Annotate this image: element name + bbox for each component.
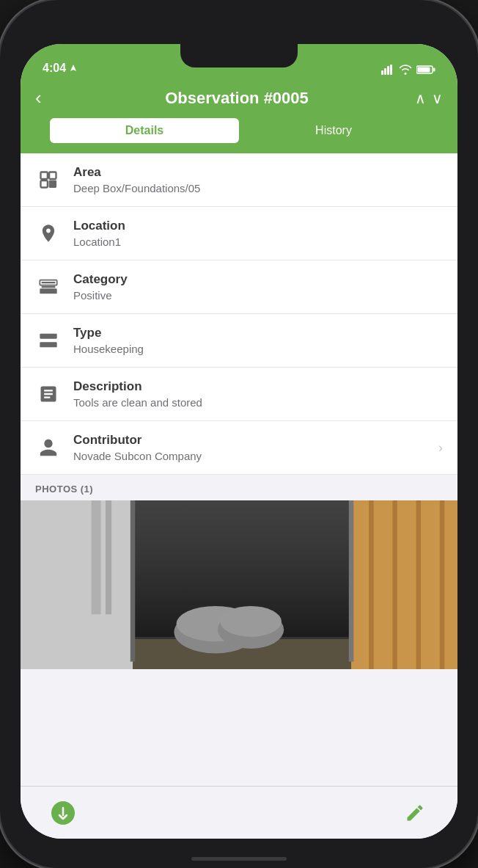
home-indicator [191,857,287,861]
tab-details[interactable]: Details [50,118,239,143]
description-value: Tools are clean and stored [73,396,443,409]
svg-rect-6 [433,68,435,72]
svg-rect-18 [106,500,111,614]
svg-rect-35 [130,500,135,662]
category-label: Category [73,272,443,287]
time-label: 4:04 [43,62,66,75]
download-icon [51,800,76,825]
type-label: Type [73,326,443,340]
description-text: Description Tools are clean and stored [73,379,443,409]
screen: 4:04 [21,44,457,839]
area-text: Area Deep Box/Foundations/05 [73,165,443,194]
svg-rect-1 [384,68,386,75]
svg-point-31 [220,606,282,637]
contributor-text: Contributor Novade Subcon Company [73,433,427,462]
svg-rect-36 [349,500,353,662]
contributor-row[interactable]: Contributor Novade Subcon Company › [21,421,457,475]
phone-frame: 4:04 [0,0,478,868]
app-header: ‹ Observation #0005 ∧ ∨ Details History [21,79,457,153]
edit-button[interactable] [399,797,431,829]
category-icon [35,274,62,300]
notch [180,44,298,68]
chevron-down-button[interactable]: ∨ [432,90,443,107]
location-arrow-icon [69,64,78,73]
contributor-icon [35,434,62,461]
battery-icon [416,65,435,75]
svg-rect-9 [41,180,48,187]
svg-rect-12 [40,288,56,293]
svg-rect-17 [92,500,101,614]
photo-container[interactable] [21,500,457,669]
svg-rect-21 [392,500,397,669]
svg-rect-2 [387,66,389,75]
svg-rect-0 [381,70,383,75]
svg-rect-20 [369,500,373,669]
type-icon [35,327,62,354]
svg-rect-22 [416,500,421,669]
svg-rect-10 [49,180,56,187]
chevron-up-button[interactable]: ∧ [415,90,426,107]
bottom-toolbar [21,786,457,839]
signal-icon [381,65,394,75]
svg-rect-7 [41,172,48,179]
svg-rect-13 [40,334,56,339]
svg-rect-8 [49,172,56,179]
area-value: Deep Box/Foundations/05 [73,182,443,194]
photo-scene-svg [21,500,457,669]
svg-rect-3 [390,65,392,75]
type-row: Type Housekeeping [21,314,457,368]
svg-rect-5 [418,68,430,73]
photo-image [21,500,457,669]
location-text: Location Location1 [73,219,443,248]
type-value: Housekeeping [73,343,443,355]
svg-rect-23 [440,500,444,669]
area-icon [35,167,62,193]
location-value: Location1 [73,236,443,248]
download-button[interactable] [47,797,79,829]
location-label: Location [73,219,443,233]
category-row: Category Positive [21,260,457,314]
location-icon [35,220,62,247]
photos-header: PHOTOS (1) [21,475,457,500]
category-text: Category Positive [73,272,443,302]
type-text: Type Housekeeping [73,326,443,355]
description-row: Description Tools are clean and stored [21,368,457,421]
description-icon [35,381,62,407]
tab-history[interactable]: History [239,118,428,143]
tabs-container: Details History [35,118,443,153]
page-title: Observation #0005 [59,89,415,108]
category-value: Positive [73,289,443,302]
status-time: 4:04 [43,62,78,75]
header-navigation: ∧ ∨ [415,90,443,107]
contributor-chevron: › [438,440,443,456]
back-button[interactable]: ‹ [35,87,59,109]
status-icons [381,65,435,75]
description-label: Description [73,379,443,394]
area-row: Area Deep Box/Foundations/05 [21,153,457,207]
svg-rect-14 [40,342,56,347]
content-area: Area Deep Box/Foundations/05 Location Lo… [21,153,457,786]
location-row: Location Location1 [21,207,457,260]
wifi-icon [399,65,412,75]
area-label: Area [73,165,443,180]
contributor-label: Contributor [73,433,427,448]
contributor-value: Novade Subcon Company [73,450,427,462]
svg-rect-16 [21,500,133,669]
edit-icon [405,803,425,823]
